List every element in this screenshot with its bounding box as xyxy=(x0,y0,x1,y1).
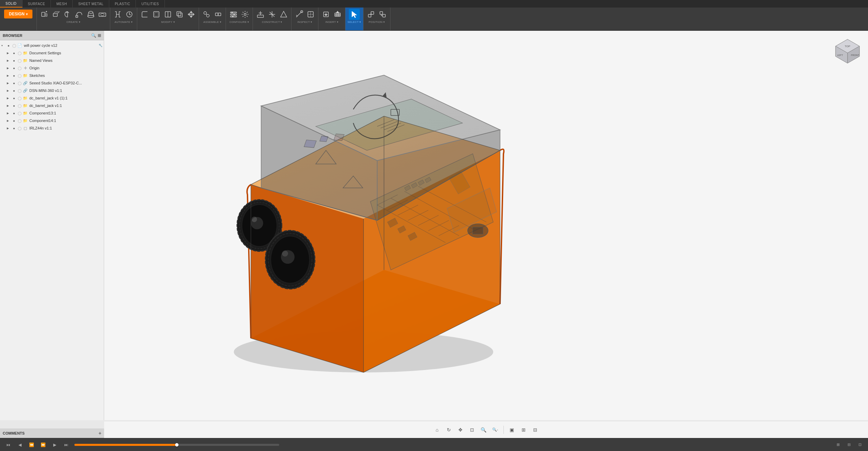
snap-button[interactable]: ⊟ xyxy=(530,425,540,435)
eye-views[interactable]: ● xyxy=(12,58,16,63)
tab-solid[interactable]: SOLID xyxy=(0,0,23,8)
vis-doc[interactable]: ◯ xyxy=(17,51,22,55)
construct-icon-2[interactable] xyxy=(267,9,278,20)
vis-sketches[interactable]: ◯ xyxy=(17,73,22,78)
select-label[interactable]: SELECT ▾ xyxy=(347,20,361,24)
configure-label[interactable]: CONFIGURE ▾ xyxy=(229,20,249,24)
insert-label[interactable]: INSERT ▾ xyxy=(325,20,338,24)
insert-mesh-icon[interactable] xyxy=(332,9,343,20)
tree-item-seeed[interactable]: ▶ ● ◯ 🔗 Seeed Studio XIAO-ESP32-C... xyxy=(0,79,104,87)
vis-dc-barrel[interactable]: ◯ xyxy=(17,103,22,108)
construct-icon-1[interactable] xyxy=(255,9,266,20)
vis-seeed[interactable]: ◯ xyxy=(17,81,22,85)
rigid-group-icon[interactable] xyxy=(213,9,224,20)
vis-dc-barrel-v1[interactable]: ◯ xyxy=(17,96,22,100)
vis-irlz[interactable]: ◯ xyxy=(17,126,22,131)
tab-utilities[interactable]: UTILITIES xyxy=(136,0,165,8)
extrude-icon[interactable] xyxy=(51,9,61,20)
status-icon-1[interactable]: ⊞ xyxy=(833,440,843,450)
vis-dsn[interactable]: ◯ xyxy=(17,88,22,93)
timeline-step-fwd-button[interactable]: ⏩ xyxy=(38,440,48,450)
viewcube[interactable]: TOP LEFT FRONT xyxy=(834,38,861,65)
shell-icon[interactable] xyxy=(151,9,162,20)
configure-icon-1[interactable] xyxy=(228,9,239,20)
tab-mesh[interactable]: MESH xyxy=(51,0,73,8)
automate-icon-1[interactable] xyxy=(112,9,123,20)
move-icon[interactable] xyxy=(186,9,197,20)
inspect-label[interactable]: INSPECT ▾ xyxy=(297,20,312,24)
tab-sheet-metal[interactable]: SHEET METAL xyxy=(73,0,109,8)
vis-comp13[interactable]: ◯ xyxy=(17,111,22,115)
tree-item-sketches[interactable]: ▶ ● ◯ 📁 Sketches xyxy=(0,72,104,79)
vis-root[interactable]: ◯ xyxy=(12,43,16,48)
create-label[interactable]: CREATE ▾ xyxy=(67,20,80,24)
timeline-next-button[interactable]: ▶ xyxy=(50,440,59,450)
tree-item-irlz44n[interactable]: ▶ ● ◯ ▢ IRLZ44n v1:1 xyxy=(0,124,104,132)
tree-item-doc-settings[interactable]: ▶ ● ◯ 📁 Document Settings xyxy=(0,49,104,57)
display-mode-button[interactable]: ▣ xyxy=(507,425,517,435)
browser-search-icon[interactable]: 🔍 xyxy=(91,33,96,38)
timeline-home-button[interactable]: ⏮ xyxy=(3,440,13,450)
status-icon-2[interactable]: ⊟ xyxy=(844,440,854,450)
vis-views[interactable]: ◯ xyxy=(17,58,22,63)
design-button[interactable]: DESIGN ▾ xyxy=(4,10,32,18)
tree-item-origin[interactable]: ▶ ● ◯ ✛ Origin xyxy=(0,64,104,72)
eye-comp13[interactable]: ● xyxy=(12,111,16,115)
tree-item-dc-barrel[interactable]: ▶ ● ◯ 📁 dc_barrel_jack v1:1 xyxy=(0,102,104,109)
scale-icon[interactable] xyxy=(162,9,173,20)
tree-item-dsn[interactable]: ▶ ● ◯ 🔗 DSN-MINI-360 v1:1 xyxy=(0,87,104,94)
vis-origin[interactable]: ◯ xyxy=(17,66,22,70)
hole-icon[interactable] xyxy=(97,9,108,20)
orbit-button[interactable]: ↻ xyxy=(444,425,454,435)
tree-item-root[interactable]: ▾ ● ◯ 📄 wifi power cycle v12 🔧 xyxy=(0,42,104,49)
configure-icon-2[interactable] xyxy=(240,9,251,20)
new-component-icon[interactable] xyxy=(39,9,50,20)
3d-model-viewport[interactable] xyxy=(104,31,868,420)
eye-dsn[interactable]: ● xyxy=(12,88,16,93)
home-view-button[interactable]: ⌂ xyxy=(432,425,442,435)
position-icon-2[interactable] xyxy=(377,9,388,20)
fillet-icon[interactable] xyxy=(139,9,150,20)
tab-plastic[interactable]: PLASTIC xyxy=(109,0,136,8)
eye-doc[interactable]: ● xyxy=(12,51,16,55)
tree-item-component14[interactable]: ▶ ● ◯ 📁 Component14:1 xyxy=(0,117,104,124)
eye-seeed[interactable]: ● xyxy=(12,81,16,85)
pan-button[interactable]: ✥ xyxy=(456,425,465,435)
section-analysis-icon[interactable] xyxy=(305,9,316,20)
construct-icon-3[interactable] xyxy=(278,9,289,20)
tree-item-dc-barrel-v1[interactable]: ▶ ● ◯ 📁 dc_barrel_jack v1 (1):1 xyxy=(0,94,104,102)
position-label[interactable]: POSITION ▾ xyxy=(369,20,385,24)
tree-item-component13[interactable]: ▶ ● ◯ 📁 Component13:1 xyxy=(0,109,104,117)
tab-surface[interactable]: SURFACE xyxy=(23,0,51,8)
eye-origin[interactable]: ● xyxy=(12,66,16,70)
joint-icon[interactable] xyxy=(201,9,212,20)
measure-icon[interactable] xyxy=(294,9,304,20)
insert-derive-icon[interactable] xyxy=(321,9,331,20)
eye-root[interactable]: ● xyxy=(6,43,11,48)
timeline-end-button[interactable]: ⏭ xyxy=(61,440,71,450)
timeline-prev-button[interactable]: ◀ xyxy=(15,440,25,450)
combine-icon[interactable] xyxy=(174,9,185,20)
eye-dc-barrel-v1[interactable]: ● xyxy=(12,96,16,100)
status-icon-3[interactable]: ⊡ xyxy=(855,440,865,450)
zoom-fit-button[interactable]: ⊡ xyxy=(467,425,477,435)
eye-sketches[interactable]: ● xyxy=(12,73,16,78)
automate-icon-2[interactable] xyxy=(124,9,135,20)
browser-expand-icon[interactable]: ⊞ xyxy=(98,33,101,38)
vis-comp14[interactable]: ◯ xyxy=(17,118,22,123)
assemble-label[interactable]: ASSEMBLE ▾ xyxy=(203,20,221,24)
workspace-selector[interactable]: DESIGN ▾ xyxy=(0,8,37,30)
timeline-slider[interactable] xyxy=(74,444,279,446)
construct-label[interactable]: CONSTRUCT ▾ xyxy=(262,20,282,24)
tree-item-named-views[interactable]: ▶ ● ◯ 📁 Named Views xyxy=(0,57,104,64)
revolve-icon[interactable] xyxy=(62,9,73,20)
eye-comp14[interactable]: ● xyxy=(12,118,16,123)
select-icon[interactable] xyxy=(349,9,360,20)
timeline-step-back-button[interactable]: ⏪ xyxy=(27,440,36,450)
sweep-icon[interactable] xyxy=(74,9,85,20)
position-icon-1[interactable] xyxy=(366,9,376,20)
zoom-out-button[interactable]: 🔍- xyxy=(490,425,500,435)
automate-label[interactable]: AUTOMATE ▾ xyxy=(115,20,133,24)
eye-irlz[interactable]: ● xyxy=(12,126,16,131)
comments-add-icon[interactable]: + xyxy=(99,430,101,436)
